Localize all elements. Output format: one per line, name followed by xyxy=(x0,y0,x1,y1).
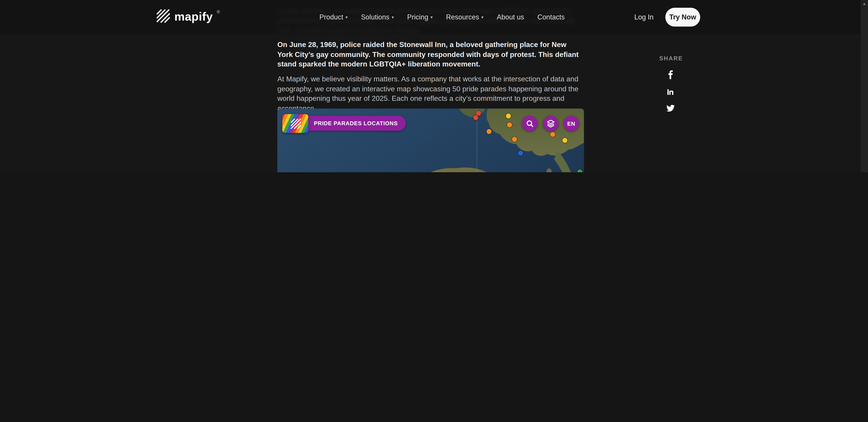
chevron-down-icon: ▾ xyxy=(431,15,433,20)
nav-label: About us xyxy=(497,13,524,21)
mapify-paragraph: At Mapify, we believe visibility matters… xyxy=(277,74,583,113)
nav-item-about-us[interactable]: About us xyxy=(497,13,524,21)
share-rail: SHARE xyxy=(659,55,681,112)
logo-registered-mark: ® xyxy=(217,9,220,14)
site-header: mapify ® Product ▾ Solutions ▾ Pricing ▾… xyxy=(0,0,868,34)
share-label: SHARE xyxy=(659,55,681,61)
nav-item-resources[interactable]: Resources ▾ xyxy=(446,13,484,21)
share-linkedin-button[interactable] xyxy=(659,88,681,96)
map-marker[interactable] xyxy=(518,150,523,155)
nav-item-contacts[interactable]: Contacts xyxy=(537,13,565,21)
page: A pride parade is an outdoors demonstrat… xyxy=(0,0,868,172)
chevron-down-icon: ▾ xyxy=(392,15,394,20)
map-marker[interactable] xyxy=(512,137,517,142)
nav-item-solutions[interactable]: Solutions ▾ xyxy=(361,13,394,21)
mapify-badge-icon xyxy=(290,118,301,129)
page-scrollbar[interactable]: ▲ ▼ xyxy=(861,0,868,172)
login-link[interactable]: Log In xyxy=(634,13,654,21)
rainbow-mapify-badge[interactable] xyxy=(282,114,308,133)
map-marker[interactable] xyxy=(507,122,512,127)
map-marker[interactable] xyxy=(506,113,510,118)
viewport: A pride parade is an outdoors demonstrat… xyxy=(0,0,868,172)
map-marker[interactable] xyxy=(550,131,555,137)
nav-label: Product xyxy=(319,13,343,21)
linkedin-icon xyxy=(666,88,674,96)
map-marker[interactable] xyxy=(486,129,491,134)
map-marker[interactable] xyxy=(473,115,478,120)
mapify-logo[interactable]: mapify ® xyxy=(155,8,220,26)
map-marker[interactable] xyxy=(577,169,582,172)
map-title-pill: PRIDE PARADES LOCATIONS xyxy=(307,116,406,131)
stonewall-paragraph: On June 28, 1969, police raided the Ston… xyxy=(277,40,583,69)
layers-icon xyxy=(547,120,555,127)
twitter-icon xyxy=(666,104,675,112)
logo-text: mapify xyxy=(175,8,213,25)
map-search-button[interactable] xyxy=(522,116,537,131)
share-facebook-button[interactable] xyxy=(659,70,681,79)
nav-item-product[interactable]: Product ▾ xyxy=(319,13,348,21)
pride-map-embed[interactable]: PRIDE PARADES LOCATIONS EN + − xyxy=(277,109,584,172)
try-now-button[interactable]: Try Now xyxy=(665,8,700,26)
nav-label: Contacts xyxy=(537,13,565,21)
map-marker[interactable] xyxy=(476,111,481,116)
scrollbar-up-arrow[interactable]: ▲ xyxy=(861,0,868,7)
nav-label: Pricing xyxy=(407,13,428,21)
chevron-down-icon: ▾ xyxy=(481,15,484,20)
facebook-icon xyxy=(668,70,673,79)
search-icon xyxy=(526,120,533,127)
main-nav: Product ▾ Solutions ▾ Pricing ▾ Resource… xyxy=(319,0,565,34)
map-marker[interactable] xyxy=(562,138,567,143)
nav-label: Solutions xyxy=(361,13,390,21)
map-layers-button[interactable] xyxy=(543,116,558,131)
map-language-button[interactable]: EN xyxy=(563,116,579,131)
mapify-logo-icon xyxy=(155,8,170,26)
nav-item-pricing[interactable]: Pricing ▾ xyxy=(407,13,433,21)
chevron-down-icon: ▾ xyxy=(345,15,348,20)
nav-label: Resources xyxy=(446,13,479,21)
share-twitter-button[interactable] xyxy=(659,104,681,112)
